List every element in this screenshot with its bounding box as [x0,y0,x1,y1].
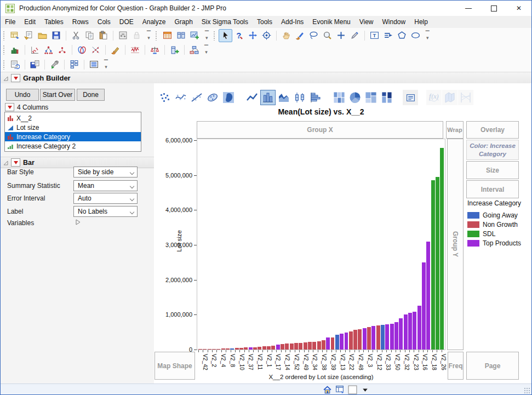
bar-21-ng[interactable] [290,344,294,350]
bar-34-ng[interactable] [349,331,353,350]
lasso-icon[interactable] [307,29,321,42]
bar-6-ng[interactable] [221,348,225,350]
bar-5-ng[interactable] [216,349,220,350]
bar-40-ng[interactable] [376,325,380,350]
column-item-increase-category-2[interactable]: Increase Category 2 [5,141,141,151]
treemap-element-icon[interactable] [363,90,379,105]
text-box-icon[interactable]: T [368,29,381,42]
bar-47-tp[interactable] [408,313,412,350]
bar-14-ng[interactable] [258,347,261,350]
toolbar-grip[interactable] [3,60,5,70]
bar-4-ng[interactable] [212,349,216,350]
bar-30-ng[interactable] [331,337,335,350]
bar-42-tp[interactable] [385,324,389,350]
resize-grip[interactable] [524,387,530,394]
bar-46-tp[interactable] [404,314,408,350]
x-axis-title[interactable]: X__2 ordered by Lot size (ascending) [197,374,445,380]
bar-24-ng[interactable] [304,342,307,350]
bar-17-ng[interactable] [271,346,275,350]
menu-item-add-ins[interactable]: Add-Ins [277,16,308,27]
legend-swatch[interactable] [467,212,479,219]
bar-51-tp[interactable] [426,242,430,350]
bar-2-ng[interactable] [203,349,207,350]
minimize-button[interactable]: — [456,1,481,16]
distribution-icon[interactable] [8,43,22,56]
bar-23-ng[interactable] [299,343,302,350]
brush-icon[interactable] [293,29,307,42]
help-icon[interactable]: ? [232,29,246,42]
page-drop-zone[interactable]: Page [466,352,519,380]
annotate-icon[interactable] [348,29,362,42]
heatmap-element-icon[interactable] [331,90,347,105]
columns-icon[interactable] [174,29,188,42]
contour-element-icon[interactable] [221,90,236,105]
bar-37-tp[interactable] [363,328,367,350]
line-element-icon[interactable] [244,90,260,105]
column-item-lot-size[interactable]: Lot size [5,123,141,132]
wrap-drop-zone[interactable]: Wrap [446,121,464,139]
oval-icon[interactable] [409,29,422,42]
run-tools-icon[interactable] [48,58,61,71]
target-icon[interactable] [260,29,273,42]
menu-item-doe[interactable]: DOE [115,16,138,27]
variability-icon[interactable] [148,43,162,56]
bar-43-tp[interactable] [390,324,394,350]
area-element-icon[interactable] [276,90,291,105]
bar-28-ng[interactable] [322,340,325,350]
legend-swatch[interactable] [467,221,479,228]
legend-swatch[interactable] [467,231,479,237]
column-item-x-2[interactable]: X__2 [5,113,141,123]
bar-12-tp[interactable] [249,347,253,350]
cluster-icon[interactable] [55,43,69,56]
red-triangle-menu-icon[interactable] [11,74,20,82]
toolbar-grip[interactable] [213,31,216,41]
map-shape-drop-zone[interactable]: Map Shape [155,352,195,380]
toolbar-overflow-icon[interactable]: ▔▾ [426,31,430,40]
bar-32-tp[interactable] [340,334,344,350]
menu-item-tools[interactable]: Tools [253,16,277,27]
start-over-button[interactable]: Start Over [40,89,75,101]
interval-drop-zone[interactable]: Interval [466,180,519,198]
menu-item-edit[interactable]: Edit [20,16,40,27]
open-script-icon[interactable] [22,29,36,42]
bar-53-sdl[interactable] [436,177,439,350]
cut-icon[interactable] [69,29,83,42]
bar-19-ng[interactable] [281,344,284,350]
bar-element-icon[interactable] [260,90,276,105]
bar-33-tp[interactable] [345,333,348,350]
bar-13-ng[interactable] [253,347,257,350]
bar-29-tp[interactable] [326,337,330,350]
y-axis-title[interactable]: Lot size [176,230,182,252]
ellipse-element-icon[interactable] [205,90,220,105]
smoother-element-icon[interactable] [173,90,188,105]
bar-52-sdl[interactable] [431,180,435,350]
color-chip[interactable] [348,385,357,394]
new-graph-icon[interactable] [188,29,202,42]
bar-26-ng[interactable] [312,342,316,350]
window-list-icon[interactable] [335,385,345,394]
layout-view-icon[interactable] [87,58,101,71]
bar-18-tp[interactable] [276,345,280,350]
freq-drop-zone[interactable]: Freq [448,352,464,380]
bar-50-tp[interactable] [422,262,426,350]
toolbar-grip[interactable] [155,31,158,41]
control-chart-icon[interactable] [128,43,142,56]
fit-y-by-x-icon[interactable] [28,43,42,56]
bar-41-ga[interactable] [381,325,385,350]
line-of-fit-element-icon[interactable] [189,90,204,105]
matched-pairs-icon[interactable] [75,43,89,56]
group-x-drop-zone[interactable]: Group X [197,121,443,139]
save-icon[interactable] [49,29,63,42]
bar-27-ng[interactable] [317,341,321,350]
box-plot-element-icon[interactable] [292,90,307,105]
legend-item-non-growth[interactable]: Non Growth [467,220,529,229]
bar-22-ng[interactable] [294,343,298,350]
bar-16-ng[interactable] [267,346,271,350]
home-icon[interactable] [323,385,332,394]
bar-49-tp[interactable] [417,306,421,350]
copy-icon[interactable] [83,29,96,42]
menu-item-cols[interactable]: Cols [93,16,115,27]
menu-item-rows[interactable]: Rows [68,16,93,27]
bar-20-ng[interactable] [285,344,289,350]
toolbar-overflow-icon[interactable]: ▔▾ [147,31,151,40]
